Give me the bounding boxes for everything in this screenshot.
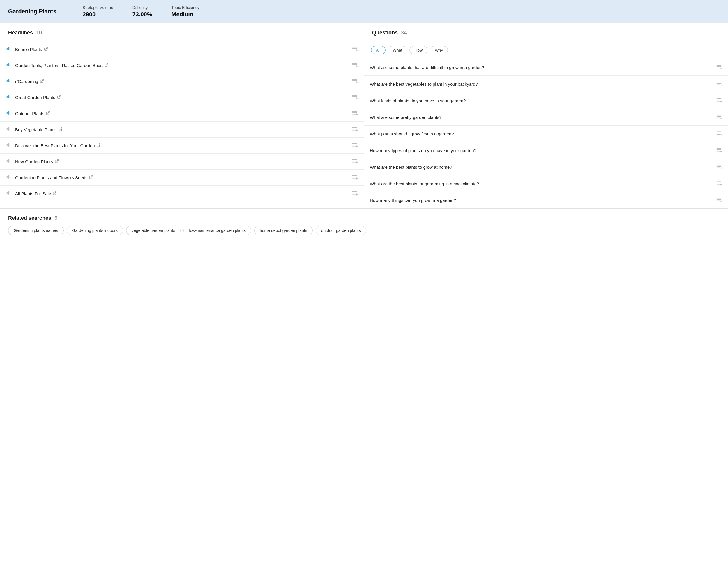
related-searches-section: Related searches 6 Gardening plants name… — [0, 209, 728, 243]
add-to-list-icon[interactable] — [352, 94, 358, 101]
headline-item: All Plants For Sale — [0, 186, 364, 201]
external-link-icon[interactable] — [55, 159, 59, 164]
related-label: Related searches — [8, 215, 51, 221]
external-link-icon[interactable] — [96, 143, 101, 148]
svg-line-12 — [42, 79, 43, 81]
headline-text: Great Garden Plants — [15, 95, 348, 100]
external-link-icon[interactable] — [104, 63, 108, 68]
headline-text: New Garden Plants — [15, 159, 348, 164]
question-item: What are the best plants to grow at home… — [364, 159, 728, 175]
related-count: 6 — [54, 215, 57, 221]
external-link-icon[interactable] — [57, 95, 61, 100]
question-text: How many things can you grow in a garden… — [370, 198, 713, 203]
add-question-icon[interactable] — [716, 130, 722, 138]
related-searches-header: Related searches 6 — [8, 215, 720, 221]
questions-filters: AllWhatHowWhy — [364, 41, 728, 59]
external-link-icon[interactable] — [44, 47, 48, 52]
difficulty-label: Difficulty — [132, 5, 152, 10]
add-question-icon[interactable] — [716, 64, 722, 71]
add-to-list-icon[interactable] — [352, 126, 358, 133]
question-item: What are some plants that are difficult … — [364, 59, 728, 76]
questions-panel: Questions 34 AllWhatHowWhy What are some… — [364, 23, 728, 209]
megaphone-icon — [6, 94, 12, 101]
headline-text: Gardening Plants and Flowers Seeds — [15, 175, 348, 180]
difficulty-value: 73.00% — [132, 11, 152, 18]
add-question-icon[interactable] — [716, 147, 722, 154]
add-to-list-icon[interactable] — [352, 157, 358, 165]
headline-item: Outdoor Plants — [0, 105, 364, 122]
headline-text: All Plants For Sale — [15, 191, 348, 196]
header-stat-topic-efficiency: Topic Efficiency Medium — [162, 5, 209, 18]
related-tag[interactable]: Gardening plants names — [8, 226, 64, 235]
headline-text: Garden Tools, Planters, Raised Garden Be… — [15, 63, 348, 68]
related-tags-row: Gardening plants namesGardening plants i… — [8, 226, 720, 235]
headline-item: Bonnie Plants — [0, 41, 364, 57]
related-tag[interactable]: home depot garden plants — [254, 226, 313, 235]
headline-text: Discover the Best Plants for Your Garden — [15, 143, 348, 148]
headline-item: New Garden Plants — [0, 153, 364, 170]
svg-line-6 — [106, 63, 108, 65]
question-text: How many types of plants do you have in … — [370, 148, 713, 153]
external-link-icon[interactable] — [46, 111, 50, 116]
external-link-icon[interactable] — [40, 79, 44, 84]
svg-line-36 — [98, 143, 100, 145]
headline-item: Discover the Best Plants for Your Garden — [0, 138, 364, 153]
questions-count: 34 — [401, 30, 407, 35]
add-question-icon[interactable] — [716, 180, 722, 187]
add-to-list-icon[interactable] — [352, 142, 358, 149]
headline-item: Great Garden Plants — [0, 90, 364, 105]
topic-efficiency-value: Medium — [172, 11, 200, 18]
megaphone-icon — [6, 46, 12, 53]
questions-label: Questions — [372, 30, 398, 35]
external-link-icon[interactable] — [58, 127, 62, 132]
headline-item: Buy Vegetable Plants — [0, 122, 364, 138]
external-link-icon[interactable] — [89, 175, 93, 180]
main-content: Headlines 10 Bonnie Plants Garden Tools,… — [0, 23, 728, 209]
questions-header: Questions 34 — [364, 23, 728, 41]
megaphone-icon — [6, 109, 12, 117]
add-question-icon[interactable] — [716, 196, 722, 204]
headline-item: r/Gardening — [0, 73, 364, 90]
subtopic-volume-value: 2900 — [83, 11, 113, 18]
headline-item: Gardening Plants and Flowers Seeds — [0, 170, 364, 186]
filter-btn-all[interactable]: All — [371, 46, 386, 54]
svg-line-18 — [58, 95, 60, 97]
headline-text: Outdoor Plants — [15, 111, 348, 116]
related-tag[interactable]: Gardening plants indoors — [67, 226, 123, 235]
add-to-list-icon[interactable] — [352, 190, 358, 197]
add-question-icon[interactable] — [716, 113, 722, 121]
related-tag[interactable]: vegetable garden plants — [126, 226, 181, 235]
svg-line-24 — [48, 111, 50, 113]
headlines-count: 10 — [36, 30, 42, 35]
question-item: What are some pretty garden plants? — [364, 109, 728, 126]
question-text: What are some plants that are difficult … — [370, 65, 713, 70]
megaphone-icon — [6, 77, 12, 85]
subtopic-volume-label: Subtopic Volume — [83, 5, 113, 10]
add-question-icon[interactable] — [716, 80, 722, 88]
related-tag[interactable]: outdoor garden plants — [316, 226, 366, 235]
header-stat-difficulty: Difficulty 73.00% — [123, 5, 162, 18]
external-link-icon[interactable] — [53, 191, 57, 196]
filter-btn-how[interactable]: How — [410, 46, 427, 54]
add-question-icon[interactable] — [716, 97, 722, 104]
headlines-list: Bonnie Plants Garden Tools, Planters, Ra… — [0, 41, 364, 201]
svg-line-54 — [54, 192, 56, 193]
svg-line-30 — [60, 127, 62, 129]
add-to-list-icon[interactable] — [352, 109, 358, 117]
question-item: How many things can you grow in a garden… — [364, 192, 728, 209]
add-to-list-icon[interactable] — [352, 46, 358, 53]
add-question-icon[interactable] — [716, 163, 722, 171]
related-tag[interactable]: low-maintenance garden plants — [183, 226, 251, 235]
add-to-list-icon[interactable] — [352, 174, 358, 181]
question-text: What kinds of plants do you have in your… — [370, 98, 713, 103]
add-to-list-icon[interactable] — [352, 77, 358, 85]
header-title: Gardening Plants — [8, 8, 65, 15]
filter-btn-what[interactable]: What — [388, 46, 407, 54]
svg-line-0 — [46, 47, 47, 49]
add-to-list-icon[interactable] — [352, 62, 358, 69]
megaphone-icon — [6, 190, 12, 197]
svg-line-42 — [56, 160, 58, 161]
headline-text: r/Gardening — [15, 79, 348, 84]
filter-btn-why[interactable]: Why — [430, 46, 448, 54]
megaphone-icon — [6, 62, 12, 69]
